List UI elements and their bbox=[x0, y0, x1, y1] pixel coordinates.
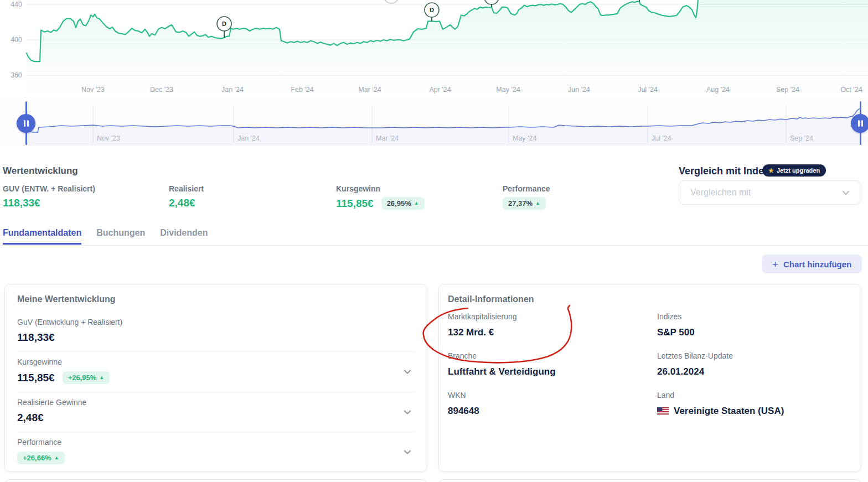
change-badge: +26,66%▲ bbox=[17, 452, 65, 464]
area-fill bbox=[27, 0, 868, 97]
arrow-up-icon: ▲ bbox=[535, 201, 540, 206]
divider bbox=[0, 245, 868, 246]
tab-buchungen[interactable]: Buchungen bbox=[96, 228, 145, 245]
chart-marker[interactable] bbox=[384, 0, 399, 3]
stat-performance: Performance 27,37%▲ bbox=[503, 184, 550, 210]
change-badge: +26,95%▲ bbox=[63, 371, 110, 384]
drag-handle-icon[interactable] bbox=[851, 114, 868, 133]
upgrade-now-pill[interactable]: ★ Jetzt upgraden bbox=[762, 164, 826, 177]
row-performance[interactable]: Performance +26,66%▲ bbox=[17, 432, 415, 472]
compare-index-title: Vergleich mit Index bbox=[679, 165, 769, 177]
detail-information-card: Detail-Informationen Marktkapitalisierun… bbox=[438, 284, 861, 472]
drag-handle-icon[interactable] bbox=[17, 114, 35, 133]
stat-guv: GUV (ENTW. + Realisiert) 118,33€ bbox=[3, 184, 95, 209]
y-tick-label: 360 bbox=[11, 71, 22, 79]
chevron-down-icon bbox=[841, 188, 851, 198]
card-title: Meine Wertentwicklung bbox=[17, 294, 415, 304]
detail-tabs: Fundamentaldaten Buchungen Dividenden bbox=[3, 228, 208, 245]
price-history-chart[interactable]: 440400360Nov '23Dec '23Jan '24Feb '24Mar… bbox=[0, 0, 868, 97]
arrow-up-icon: ▲ bbox=[99, 375, 104, 380]
svg-text:D: D bbox=[222, 20, 226, 27]
row-kursgewinne[interactable]: Kursgewinne 115,85€ +26,95%▲ bbox=[17, 352, 415, 392]
tab-dividenden[interactable]: Dividenden bbox=[160, 228, 208, 245]
plus-icon: + bbox=[772, 259, 778, 269]
section-title: Wertentwicklung bbox=[3, 165, 78, 177]
performance-summary: Wertentwicklung GUV (ENTW. + Realisiert)… bbox=[0, 162, 868, 223]
next-card-right bbox=[438, 479, 861, 482]
card-title: Detail-Informationen bbox=[448, 294, 852, 304]
tab-fundamentaldaten[interactable]: Fundamentaldaten bbox=[3, 228, 81, 245]
add-chart-button[interactable]: + Chart hinzufügen bbox=[762, 255, 862, 273]
field-marktkapitalisierung: Marktkapitalisierung 132 Mrd. € bbox=[448, 312, 657, 338]
chart-event-marker-K[interactable]: K bbox=[484, 0, 499, 7]
field-wkn: WKN 894648 bbox=[448, 391, 657, 417]
stat-kursgewinn: Kursgewinn 115,85€ 26,95%▲ bbox=[336, 184, 425, 210]
svg-text:K: K bbox=[489, 0, 494, 1]
star-icon: ★ bbox=[768, 167, 774, 174]
y-tick-label: 400 bbox=[11, 36, 22, 44]
my-performance-card: Meine Wertentwicklung GuV (Entwicklung +… bbox=[4, 284, 427, 472]
change-badge: 26,95%▲ bbox=[381, 197, 425, 210]
field-branche: Branche Luftfahrt & Verteidigung bbox=[448, 351, 657, 377]
portfolio-security-page: 440400360Nov '23Dec '23Jan '24Feb '24Mar… bbox=[0, 0, 868, 482]
field-indizes: Indizes S&P 500 bbox=[657, 312, 852, 338]
change-badge: 27,37%▲ bbox=[503, 197, 546, 210]
navigator-right-handle[interactable] bbox=[851, 101, 868, 145]
navigator-left-handle[interactable] bbox=[17, 101, 35, 145]
arrow-up-icon: ▲ bbox=[54, 455, 59, 460]
select-placeholder: Vergleichen mit bbox=[690, 188, 751, 198]
field-land: Land Vereinigte Staaten (USA) bbox=[657, 391, 852, 417]
next-card-left bbox=[4, 479, 427, 482]
stat-realisiert: Realisiert 2,48€ bbox=[169, 184, 204, 209]
chevron-down-icon[interactable] bbox=[402, 447, 412, 457]
chevron-down-icon[interactable] bbox=[402, 407, 412, 417]
row-guv: GuV (Entwicklung + Realisiert) 118,33€ bbox=[17, 312, 415, 352]
chart-event-marker-D[interactable]: D bbox=[425, 3, 439, 21]
y-tick-label: 440 bbox=[11, 1, 22, 8]
row-realisierte-gewinne[interactable]: Realisierte Gewinne 2,48€ bbox=[17, 392, 415, 432]
field-bilanz-update: Letztes Bilanz-Update 26.01.2024 bbox=[657, 351, 852, 377]
svg-text:D: D bbox=[430, 7, 434, 13]
chevron-down-icon[interactable] bbox=[402, 367, 412, 377]
compare-index-select[interactable]: Vergleichen mit bbox=[679, 180, 861, 205]
range-navigator-chart[interactable]: Nov '23Jan '24Mar '24May '24Jul '24Sep '… bbox=[0, 101, 868, 146]
us-flag-icon bbox=[657, 407, 669, 415]
arrow-up-icon: ▲ bbox=[414, 201, 419, 206]
